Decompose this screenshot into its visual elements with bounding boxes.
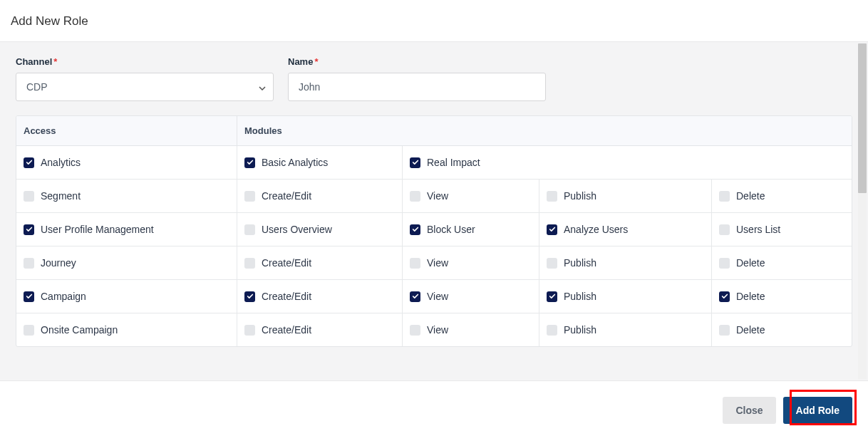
module-checkbox[interactable]	[410, 191, 420, 202]
table-header: Access Modules	[16, 116, 852, 146]
module-label: Delete	[736, 291, 765, 302]
name-label: Name*	[288, 56, 546, 67]
module-label: Block User	[427, 224, 475, 235]
access-label: Segment	[41, 190, 81, 202]
access-checkbox[interactable]	[24, 157, 34, 168]
module-cell: Publish	[539, 246, 712, 279]
module-checkbox[interactable]	[719, 325, 730, 336]
module-cell: Users Overview	[237, 213, 403, 246]
access-label: Analytics	[41, 157, 81, 168]
module-label: View	[427, 324, 448, 336]
module-label: Create/Edit	[262, 324, 311, 336]
module-label: Publish	[564, 257, 596, 269]
access-cell: Segment	[16, 180, 237, 212]
channel-label: Channel*	[16, 56, 274, 67]
module-label: Create/Edit	[262, 257, 311, 269]
module-cell: Create/Edit	[237, 313, 403, 346]
module-checkbox[interactable]	[719, 191, 730, 202]
access-checkbox[interactable]	[24, 191, 34, 202]
module-checkbox[interactable]	[547, 291, 557, 302]
module-cell: View	[403, 180, 539, 212]
module-checkbox[interactable]	[719, 258, 730, 269]
access-checkbox[interactable]	[24, 325, 34, 336]
module-cell: Real Impact	[403, 146, 568, 179]
module-cell: View	[403, 246, 539, 279]
scrollbar-thumb[interactable]	[858, 43, 867, 193]
header-access: Access	[16, 116, 237, 145]
module-checkbox[interactable]	[410, 157, 420, 168]
module-cell: Delete	[712, 280, 852, 313]
table-row: Onsite Campaign Create/Edit View Publish…	[16, 313, 852, 346]
module-cell: Publish	[539, 280, 712, 313]
channel-field: Channel* CDP	[16, 56, 274, 101]
table-row: User Profile Management Users Overview B…	[16, 213, 852, 246]
module-cell: Create/Edit	[237, 280, 403, 313]
module-cell: Analyze Users	[539, 213, 712, 246]
module-label: Delete	[736, 324, 765, 336]
name-input[interactable]	[288, 73, 546, 101]
module-checkbox[interactable]	[547, 325, 557, 336]
module-cell: Create/Edit	[237, 180, 403, 212]
module-cell: Basic Analytics	[237, 146, 403, 179]
module-checkbox[interactable]	[547, 258, 557, 269]
access-label: Onsite Campaign	[41, 324, 118, 336]
module-label: View	[427, 291, 448, 302]
module-checkbox[interactable]	[547, 224, 557, 235]
module-checkbox[interactable]	[244, 191, 255, 202]
access-label: Campaign	[41, 291, 86, 302]
header-modules: Modules	[237, 116, 852, 145]
access-checkbox[interactable]	[24, 224, 34, 235]
module-label: Create/Edit	[262, 190, 311, 202]
module-checkbox[interactable]	[244, 224, 255, 235]
permissions-table: Access Modules Analytics Basic Analytics…	[16, 115, 852, 347]
chevron-down-icon	[259, 81, 266, 93]
dialog-header: Add New Role	[0, 0, 868, 41]
module-checkbox[interactable]	[244, 291, 255, 302]
module-checkbox[interactable]	[719, 224, 730, 235]
module-checkbox[interactable]	[410, 224, 420, 235]
access-cell: Analytics	[16, 146, 237, 179]
module-label: Create/Edit	[262, 291, 311, 302]
table-row: Journey Create/Edit View Publish Delete	[16, 246, 852, 280]
module-cell: Publish	[539, 180, 712, 212]
module-checkbox[interactable]	[410, 258, 420, 269]
module-checkbox[interactable]	[410, 291, 420, 302]
access-cell: Journey	[16, 246, 237, 279]
module-label: Delete	[736, 257, 765, 269]
channel-select[interactable]: CDP	[16, 73, 274, 101]
module-label: Publish	[564, 291, 596, 302]
module-cell: Delete	[712, 246, 852, 279]
dialog-title: Add New Role	[11, 14, 857, 28]
module-checkbox[interactable]	[244, 157, 255, 168]
access-label: Journey	[41, 257, 76, 269]
module-label: Publish	[564, 324, 596, 336]
table-row: Campaign Create/Edit View Publish Delete	[16, 280, 852, 313]
dialog-footer: Close Add Role	[0, 385, 868, 436]
table-row: Analytics Basic Analytics Real Impact	[16, 146, 852, 180]
module-cell: Users List	[712, 213, 852, 246]
module-cell: Delete	[712, 313, 852, 346]
module-label: Publish	[564, 190, 596, 202]
close-button[interactable]: Close	[723, 397, 775, 424]
module-label: View	[427, 190, 448, 202]
table-row: Segment Create/Edit View Publish Delete	[16, 180, 852, 213]
module-checkbox[interactable]	[244, 325, 255, 336]
access-cell: Onsite Campaign	[16, 313, 237, 346]
module-checkbox[interactable]	[719, 291, 730, 302]
module-checkbox[interactable]	[410, 325, 420, 336]
module-cell: View	[403, 280, 539, 313]
access-checkbox[interactable]	[24, 291, 34, 302]
module-label: View	[427, 257, 448, 269]
module-cell: Publish	[539, 313, 712, 346]
add-role-button[interactable]: Add Role	[783, 397, 852, 424]
access-checkbox[interactable]	[24, 258, 34, 269]
name-field: Name*	[288, 56, 546, 101]
module-cell: Create/Edit	[237, 246, 403, 279]
module-label: Analyze Users	[564, 224, 628, 235]
access-label: User Profile Management	[41, 224, 154, 235]
module-checkbox[interactable]	[244, 258, 255, 269]
module-label: Users List	[736, 224, 780, 235]
module-cell: Delete	[712, 180, 852, 212]
module-checkbox[interactable]	[547, 191, 557, 202]
module-cell: Block User	[403, 213, 539, 246]
